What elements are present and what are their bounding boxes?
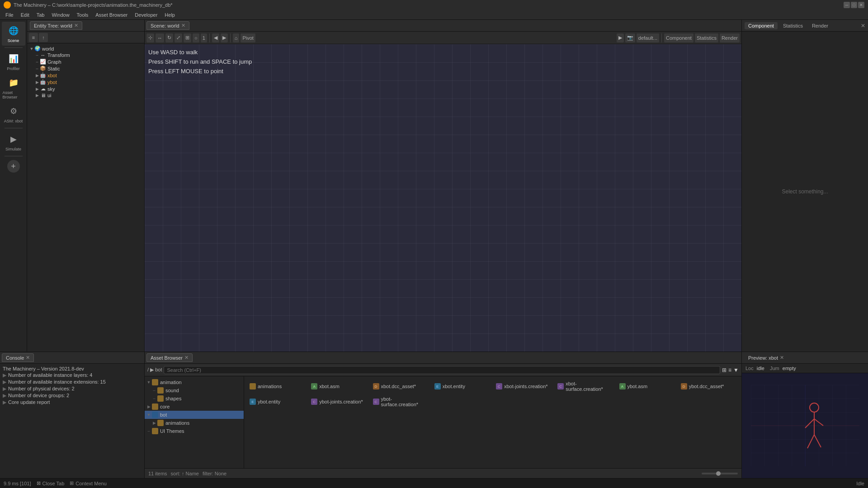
minimize-button[interactable]: ─ [844,2,850,8]
preview-panel: Preview: xbot ✕ Loc idle Jum empty [741,352,868,478]
tool-default[interactable]: default... [637,33,659,42]
asset-browser-tab[interactable]: Asset Browser ✕ [146,353,193,362]
ab-file-xbot-asm[interactable]: A xbot.asm [309,380,368,393]
preview-tab[interactable]: Preview: xbot ✕ [745,354,788,361]
menu-item-tab[interactable]: Tab [33,12,48,18]
ab-file-xbot-surface-label: xbot-surface.creation* [566,381,613,392]
ab-file-ybot-entity[interactable]: E ybot.entity [248,395,307,408]
zoom-thumb[interactable] [716,471,721,476]
asset-browser-tab-close[interactable]: ✕ [184,355,189,361]
tool-statistics[interactable]: Statistics [695,33,718,42]
sidebar-item-scene[interactable]: 🌐 Scene [2,22,25,46]
ab-file-xbot-surface[interactable]: C xbot-surface.creation* [556,380,614,393]
maximize-button[interactable]: □ [851,2,857,8]
ab-tree-bot-animations[interactable]: ▶ animations [145,419,244,427]
viewport-toolbar: ⊹ ↔ ↻ ⤢ ⊞ ○ 1 ◀ ▶ ⌂ Pivot ▶ 📷 default...… [145,32,741,44]
tool-snap-none[interactable]: ○ [193,33,199,42]
tool-camera[interactable]: 📷 [625,33,635,42]
tree-item-static[interactable]: – 📦 Static [27,65,144,72]
ab-file-xbot-dcc[interactable]: D xbot.dcc_asset* [371,380,430,393]
menu-item-file[interactable]: File [2,12,17,18]
preview-info: Loc idle Jum empty [742,364,868,373]
tree-item-xbot[interactable]: ▶ 🤖 xbot [27,72,144,79]
entity-tree-tab-close[interactable]: ✕ [74,23,78,28]
tool-play[interactable]: ▶ [617,33,624,42]
entity-toolbar-btn-1[interactable]: ≡ [29,33,38,42]
menu-item-developer[interactable]: Developer [131,12,161,18]
tool-next[interactable]: ▶ [221,33,228,42]
window-title: The Machinery – C:\work\sample-projects\… [14,2,844,8]
ab-tree-bot[interactable]: ▼ bot [145,411,244,419]
ab-file-ybot-surface[interactable]: C ybot-surface.creation* [371,395,430,408]
ab-file-ybot-joints-label: ybot-joints.creation* [319,399,363,404]
ab-view-btn-2[interactable]: ≡ [728,367,731,373]
entity-tree-tab[interactable]: Entity Tree: world ✕ [30,21,82,30]
properties-panel-close[interactable]: ✕ [861,23,865,29]
close-button[interactable]: ✕ [858,2,864,8]
tool-home[interactable]: ⌂ [233,33,240,42]
scene-world-tab[interactable]: Scene: world ✕ [146,21,189,30]
sidebar-item-simulate[interactable]: ▶ Simulate [2,130,25,154]
ab-tree-ui-themes[interactable]: – UI Themes [145,427,244,435]
context-menu-button[interactable]: ⊞ Context Menu [70,480,106,486]
tree-item-ui[interactable]: ▶ 🖥 ui [27,92,144,99]
asset-search-input[interactable] [164,366,720,374]
console-tab[interactable]: Console ✕ [2,353,34,362]
tool-snap[interactable]: ⊞ [184,33,191,42]
ab-tree-sound[interactable]: – sound [145,386,244,394]
menu-item-window[interactable]: Window [48,12,73,18]
zoom-track[interactable] [702,473,738,474]
ab-file-animations-folder[interactable]: animations [248,380,307,393]
tool-component[interactable]: Component [664,33,693,42]
ab-file-ybot-asm[interactable]: A ybot.asm [618,380,676,393]
ab-filter-btn[interactable]: ▼ [733,367,739,373]
ab-tree-core[interactable]: ▶ core [145,403,244,411]
tree-item-transform[interactable]: – ↔ Transform [27,52,144,58]
tree-item-world[interactable]: ▼ 🌍 world [27,45,144,52]
console-tab-close[interactable]: ✕ [26,355,30,361]
menu-item-help[interactable]: Help [161,12,179,18]
tool-prev[interactable]: ◀ [212,33,219,42]
xbot-entity-icon: E [434,383,441,389]
ab-file-xbot-entity[interactable]: E xbot.entity [433,380,491,393]
tool-scale[interactable]: ⤢ [175,33,182,42]
asset-browser-tab-label: Asset Browser [151,355,183,361]
scene-world-tab-close[interactable]: ✕ [181,23,185,28]
ab-arrow-sound: – [152,388,156,393]
statistics-tab[interactable]: Statistics [779,22,807,29]
preview-tab-close[interactable]: ✕ [780,355,784,361]
ab-tree-animation[interactable]: ▼ animation [145,378,244,386]
menu-item-asset-browser[interactable]: Asset Browser [92,12,131,18]
close-tab-button[interactable]: ⊠ Close Tab [37,480,65,486]
component-tab[interactable]: Component [745,22,778,29]
sidebar-item-asm[interactable]: ⚙ ASM: xbot [2,102,25,126]
xbot-joints-icon: C [496,383,502,389]
tree-item-graph[interactable]: – 📈 Graph [27,58,144,65]
menu-item-edit[interactable]: Edit [17,12,33,18]
tool-layer[interactable]: 1 [201,33,207,42]
entity-toolbar-btn-2[interactable]: ↑ [39,33,48,42]
tool-rotate[interactable]: ↻ [165,33,173,42]
scene-world-tab-label: Scene: world [151,23,179,28]
viewport[interactable]: Use WASD to walk Press SHIFT to run and … [145,44,741,352]
ab-file-xbot-joints[interactable]: C xbot-joints.creation* [494,380,553,393]
profiler-icon: 📊 [7,52,20,65]
ab-arrow-bot: ▼ [146,413,151,417]
sidebar-item-asset-browser[interactable]: 📁 Asset Browser [2,74,25,102]
ab-tree-shapes[interactable]: – shapes [145,394,244,403]
tool-select[interactable]: ⊹ [146,33,154,42]
tree-item-ybot[interactable]: ▶ 🤖 ybot [27,79,144,85]
preview-loc: Loc idle [745,366,764,371]
tool-pivot[interactable]: Pivot [241,33,255,42]
tool-move[interactable]: ↔ [156,33,164,42]
sidebar-item-profiler[interactable]: 📊 Profiler [2,50,25,74]
menu-item-tools[interactable]: Tools [73,12,92,18]
add-panel-button[interactable]: + [7,160,20,173]
ab-file-xbot-dcc-label: xbot.dcc_asset* [381,384,416,389]
tree-item-sky[interactable]: ▶ ☁ sky [27,85,144,92]
tool-render[interactable]: Render [720,33,740,42]
render-tab[interactable]: Render [808,22,832,29]
ab-view-btn-1[interactable]: ⊞ [722,367,726,373]
ab-file-ybot-dcc[interactable]: D ybot.dcc_asset* [679,380,738,393]
ab-file-ybot-joints[interactable]: C ybot-joints.creation* [309,395,368,408]
